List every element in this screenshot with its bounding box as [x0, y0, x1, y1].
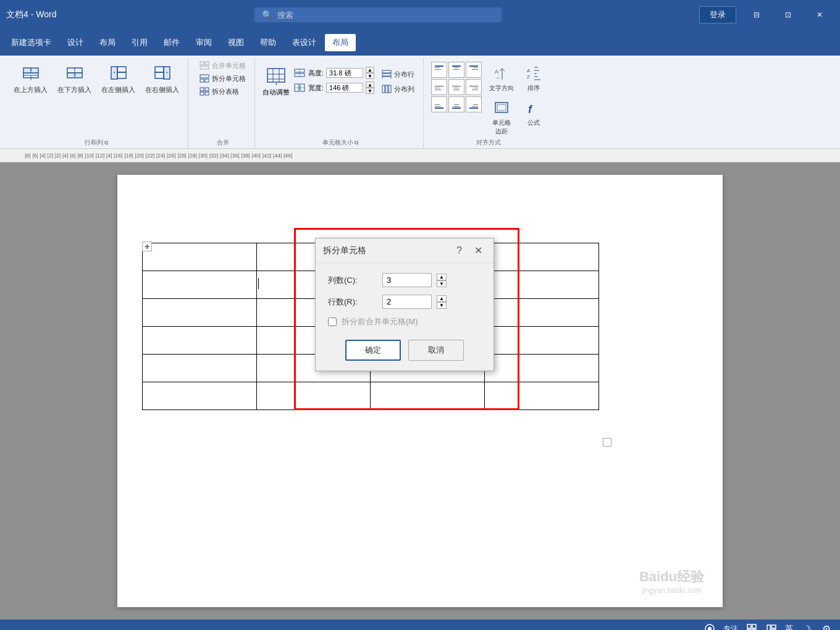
menu-item-table-design[interactable]: 表设计 — [285, 34, 324, 51]
table-resize-handle[interactable] — [603, 438, 611, 447]
lang-label[interactable]: 英 — [785, 623, 793, 630]
insert-above-button[interactable]: + 在上方插入 — [10, 59, 51, 97]
ok-button[interactable]: 确定 — [345, 340, 401, 361]
menu-item-layout[interactable]: 布局 — [92, 34, 123, 51]
height-down[interactable]: ▼ — [366, 73, 374, 79]
cell-height-input[interactable] — [326, 68, 363, 78]
view-button-1[interactable] — [746, 623, 758, 630]
table-cell[interactable] — [256, 382, 371, 410]
col-up-button[interactable]: ▲ — [437, 274, 447, 280]
svg-text:+: + — [73, 72, 76, 78]
table-cell[interactable] — [143, 299, 257, 327]
menu-item-table-layout[interactable]: 布局 — [325, 34, 356, 51]
row-up-button[interactable]: ▲ — [437, 295, 447, 302]
svg-rect-64 — [473, 88, 478, 88]
minimize-button[interactable]: ⊟ — [742, 5, 771, 25]
cell-width-input[interactable] — [326, 83, 363, 93]
align-top-center[interactable] — [448, 62, 464, 78]
split-table-button[interactable]: 拆分表格 — [196, 85, 250, 98]
focus-label[interactable]: 专注 — [723, 624, 738, 631]
settings-icon[interactable]: ⚙ — [820, 623, 833, 630]
height-up[interactable]: ▲ — [366, 67, 374, 73]
menu-item-view[interactable]: 视图 — [220, 34, 251, 51]
menu-item-new-tab[interactable]: 新建选项卡 — [4, 34, 59, 51]
height-spinner[interactable]: ▲ ▼ — [366, 67, 374, 79]
split-cell-button[interactable]: 拆分单元格 — [196, 72, 250, 85]
search-input[interactable] — [277, 10, 494, 20]
align-middle-left[interactable] — [431, 79, 447, 95]
split-cell-icon — [200, 74, 209, 83]
table-cell[interactable] — [143, 355, 257, 382]
row-count-input[interactable] — [382, 295, 432, 309]
svg-rect-26 — [205, 88, 209, 91]
table-cell[interactable] — [485, 299, 599, 327]
focus-mode-button[interactable] — [704, 623, 716, 630]
cell-margin-button[interactable]: 单元格边距 — [485, 98, 518, 138]
merge-before-split-checkbox[interactable] — [328, 317, 337, 326]
svg-rect-57 — [435, 86, 443, 86]
width-down[interactable]: ▼ — [366, 88, 374, 94]
insert-left-button[interactable]: + 在左侧插入 — [98, 59, 139, 97]
align-middle-center[interactable] — [448, 79, 464, 95]
align-top-right[interactable] — [466, 62, 482, 78]
col-count-input[interactable] — [382, 273, 432, 287]
autofit-label: 自动调整 — [262, 88, 290, 97]
text-direction-button[interactable]: A → 文字方向 — [485, 63, 518, 95]
view-button-2[interactable] — [765, 623, 778, 630]
row-count-spinner[interactable]: ▲ ▼ — [437, 295, 447, 309]
insert-above-icon: + — [20, 62, 42, 84]
align-bottom-left[interactable] — [431, 96, 447, 112]
svg-rect-25 — [200, 88, 204, 91]
col-count-spinner[interactable]: ▲ ▼ — [437, 274, 447, 287]
formula-button[interactable]: f 公式 — [521, 98, 546, 130]
table-cell[interactable] — [143, 382, 257, 410]
menu-item-mail[interactable]: 邮件 — [156, 34, 187, 51]
width-spinner[interactable]: ▲ ▼ — [366, 82, 374, 94]
svg-rect-19 — [200, 62, 204, 65]
formula-icon: f — [525, 100, 542, 117]
col-down-button[interactable]: ▼ — [437, 280, 447, 287]
cancel-button[interactable]: 取消 — [408, 340, 464, 361]
login-button[interactable]: 登录 — [699, 6, 736, 23]
autofit-button[interactable]: ▾ 自动调整 — [262, 64, 290, 97]
menu-item-design[interactable]: 设计 — [60, 34, 91, 51]
cell-width-row: 宽度: ▲ ▼ — [293, 82, 374, 94]
table-cell[interactable] — [485, 382, 599, 410]
search-bar[interactable]: 🔍 — [254, 7, 502, 22]
table-cell[interactable] — [485, 271, 599, 299]
table-cell[interactable] — [485, 243, 599, 271]
maximize-button[interactable]: ⊡ — [774, 5, 802, 25]
menu-item-reference[interactable]: 引用 — [124, 34, 155, 51]
insert-below-button[interactable]: + 在下方插入 — [54, 59, 95, 97]
rows-cols-expand-icon[interactable]: ⧉ — [104, 140, 108, 146]
distribute-col-icon — [382, 84, 392, 94]
table-cell[interactable] — [485, 355, 599, 382]
row-down-button[interactable]: ▼ — [437, 302, 447, 309]
align-bottom-right[interactable] — [466, 96, 482, 112]
ribbon: + 在上方插入 + 在下方插入 — [0, 56, 840, 149]
width-up[interactable]: ▲ — [366, 82, 374, 88]
table-move-handle[interactable]: ✛ — [142, 242, 152, 251]
align-middle-right[interactable] — [466, 79, 482, 95]
table-cell[interactable] — [371, 382, 485, 410]
table-cell[interactable] — [485, 327, 599, 355]
distribute-col-button[interactable]: 分布列 — [378, 83, 418, 95]
align-bottom-center[interactable] — [448, 96, 464, 112]
insert-right-button[interactable]: + 在右侧插入 — [141, 59, 183, 97]
menu-item-help[interactable]: 帮助 — [253, 34, 284, 51]
close-button[interactable]: ✕ — [805, 5, 834, 25]
table-cell[interactable] — [143, 327, 257, 355]
moon-icon[interactable]: ☽ — [800, 623, 813, 630]
dialog-close-button[interactable]: ✕ — [471, 243, 486, 258]
dialog-help-button[interactable]: ? — [453, 244, 466, 258]
table-cell[interactable] — [143, 271, 257, 299]
distribute-row-button[interactable]: 分布行 — [378, 68, 418, 80]
menu-item-review[interactable]: 审阅 — [188, 34, 219, 51]
merge-cells-button[interactable]: 合并单元格 — [196, 59, 250, 72]
table-cell[interactable] — [143, 243, 257, 271]
align-top-left[interactable] — [431, 62, 447, 78]
svg-rect-44 — [382, 77, 391, 78]
cell-size-expand-icon[interactable]: ⧉ — [355, 140, 358, 146]
svg-rect-69 — [452, 107, 461, 109]
sort-button[interactable]: A Z 排序 — [521, 63, 546, 95]
